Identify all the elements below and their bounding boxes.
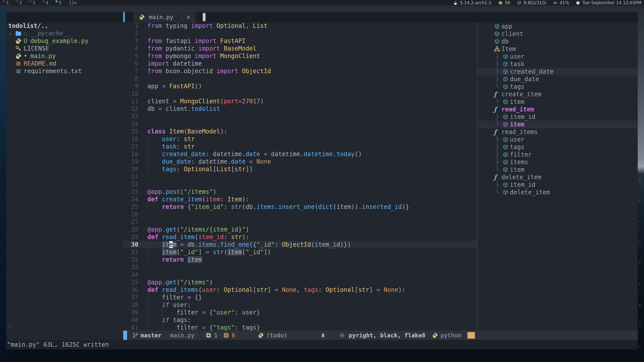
symbol-client[interactable]: client <box>478 30 638 38</box>
code-line-32[interactable]: 32 return item <box>123 256 477 263</box>
symbol-item[interactable]: └item <box>478 166 638 173</box>
code-line-34[interactable]: 34 <box>123 271 477 279</box>
symbol-item[interactable]: └item <box>478 121 638 128</box>
code-line-37[interactable]: 37 filter = {} <box>123 294 477 301</box>
line-number: 7 <box>123 67 138 75</box>
code-line-22[interactable]: 22 <box>123 180 477 188</box>
line-number: 33 <box>123 263 138 271</box>
tree-connector: ├ <box>495 151 502 158</box>
code-line-20[interactable]: 20 tags: Optional[List[str]] <box>123 165 477 173</box>
code-line-7[interactable]: 7from bson.objectid import ObjectId <box>123 67 477 75</box>
folder-icon <box>15 30 24 37</box>
code-line-28[interactable]: 28@app.get("/items/{item_id}") <box>123 226 477 233</box>
symbol-item[interactable]: └item <box>478 98 638 106</box>
tree-item-debug_example.py[interactable]: Udebug_example.py <box>6 37 123 45</box>
symbol-delete_item[interactable]: ƒdelete_item <box>478 173 638 181</box>
code-line-13[interactable]: 13 <box>123 113 477 120</box>
workspace-3[interactable]: 3 <box>29 0 35 6</box>
workspace-2[interactable]: 2 <box>16 0 22 6</box>
code-line-36[interactable]: 36def read_items(user: Optional[str] = N… <box>123 286 477 294</box>
tree-item-__pycache__[interactable]: ›◌__pycache__ <box>6 30 123 37</box>
code-line-29[interactable]: 29def read_item(item_id: str): <box>123 233 477 241</box>
code-line-2[interactable]: 2 <box>123 30 477 37</box>
diff-modified-count: 6 <box>232 332 235 339</box>
cube-icon <box>502 76 510 82</box>
tree-connector: ├ <box>495 159 502 166</box>
tree-item-README.md[interactable]: README.md <box>6 60 123 67</box>
workspace-4[interactable]: 4 <box>43 0 48 6</box>
symbol-item_id[interactable]: ├item_id <box>478 113 638 121</box>
code-editor[interactable]: 1from typing import Optional, List23from… <box>123 22 477 331</box>
code-line-35[interactable]: 35@app.get("/items") <box>123 279 477 286</box>
code-line-5[interactable]: 5from pymongo import MongoClient <box>123 52 477 60</box>
code-line-31[interactable]: 31 item["_id"] = str(item["_id"]) <box>123 248 477 256</box>
symbol-db[interactable]: db <box>478 38 638 45</box>
symbol-delete_item[interactable]: └delete_item <box>478 189 638 196</box>
symbol-due_date[interactable]: ├due_date <box>478 75 638 83</box>
code-line-9[interactable]: 9app = FastAPI() <box>123 82 477 90</box>
tree-item-main.py[interactable]: •main.py <box>6 52 123 60</box>
code-line-26[interactable]: 26 <box>123 211 477 218</box>
code-line-16[interactable]: 16 user: str <box>123 135 477 143</box>
code-line-21[interactable]: 21 <box>123 173 477 180</box>
symbol-read_item[interactable]: ƒread_item <box>478 106 638 113</box>
code-line-27[interactable]: 27 <box>123 218 477 226</box>
file-name: requirements.txt <box>24 68 82 75</box>
code-line-4[interactable]: 4from pydantic import BaseModel <box>123 45 477 52</box>
symbol-items[interactable]: ├items <box>478 158 638 166</box>
symbol-user[interactable]: ├user <box>478 136 638 143</box>
code-line-10[interactable]: 10 <box>123 90 477 98</box>
line-number: 14 <box>123 120 138 128</box>
code-line-8[interactable]: 8 <box>123 75 477 82</box>
workspace-1[interactable]: 1 <box>3 0 9 6</box>
symbol-read_items[interactable]: ƒread_items <box>478 128 638 136</box>
symbol-item_id[interactable]: ├item_id <box>478 181 638 189</box>
line-number: 18 <box>123 150 138 158</box>
code-line-33[interactable]: 33 <box>123 263 477 271</box>
symbol-filter[interactable]: ├filter <box>478 151 638 158</box>
tree-item-LICENSE[interactable]: LICENSE <box>6 45 123 52</box>
code-line-23[interactable]: 23@app.post("/items") <box>123 188 477 196</box>
symbol-user[interactable]: ├user <box>478 53 638 60</box>
tab-main.py[interactable]: main.py× <box>133 12 196 22</box>
line-number: 36 <box>123 286 138 294</box>
code-line-40[interactable]: 40 if tags: <box>123 316 477 324</box>
code-line-24[interactable]: 24def create_item(item: Item): <box>123 196 477 203</box>
git-status-badge: ◌ <box>24 30 27 37</box>
code-line-17[interactable]: 17 task: str <box>123 143 477 150</box>
code-line-6[interactable]: 6import datetime <box>123 60 477 67</box>
code-line-25[interactable]: 25 return {"item_id": str(db.items.inser… <box>123 203 477 211</box>
tree-item-requirements.txt[interactable]: requirements.txt <box>6 67 123 75</box>
symbol-tags[interactable]: └tags <box>478 83 638 90</box>
code-line-38[interactable]: 38 if user: <box>123 301 477 309</box>
code-text: db = client.todolist <box>147 105 220 113</box>
symbol-Item[interactable]: Item <box>478 45 638 53</box>
file-explorer: todolist/.. ›◌__pycache__Udebug_example.… <box>6 22 123 331</box>
symbol-name: item_id <box>510 181 535 188</box>
symbol-app[interactable]: app <box>478 23 638 30</box>
status-penguin: 5.14.2-arch1-2 <box>453 0 491 5</box>
window-separator[interactable] <box>477 22 477 331</box>
code-line-3[interactable]: 3from fastapi import FastAPI <box>123 37 477 45</box>
code-line-15[interactable]: 15class Item(BaseModel): <box>123 128 477 135</box>
code-line-11[interactable]: 11client = MongoClient(port=27017) <box>123 98 477 105</box>
close-icon[interactable]: × <box>186 13 190 21</box>
code-line-12[interactable]: 12db = client.todolist <box>123 105 477 113</box>
code-line-18[interactable]: 18 created_date: datetime.date = datetim… <box>123 150 477 158</box>
code-line-1[interactable]: 1from typing import Optional, List <box>123 22 477 30</box>
code-line-19[interactable]: 19 due_date: datetime.date = None <box>123 158 477 165</box>
penguin-icon <box>453 1 458 5</box>
symbol-task[interactable]: ├task <box>478 60 638 68</box>
tree-root-folder[interactable]: todolist/.. <box>6 22 123 30</box>
symbol-created_date[interactable]: ├created_date <box>478 68 638 75</box>
symbol-create_item[interactable]: ƒcreate_item <box>478 90 638 98</box>
workspace-5[interactable]: 5 <box>56 0 61 6</box>
code-line-14[interactable]: 14 <box>123 120 477 128</box>
line-number: 34 <box>123 271 138 279</box>
symbol-tags[interactable]: ├tags <box>478 143 638 151</box>
code-line-41[interactable]: 41 filter = {"tags": tags} <box>123 324 477 331</box>
code-line-30[interactable]: 30 item = db.items.find_one({"_id": Obje… <box>123 241 477 248</box>
file-name: debug_example.py <box>30 37 88 44</box>
code-line-39[interactable]: 39 filter = {"user": user} <box>123 309 477 316</box>
statusline-filename: main.py <box>170 332 194 339</box>
